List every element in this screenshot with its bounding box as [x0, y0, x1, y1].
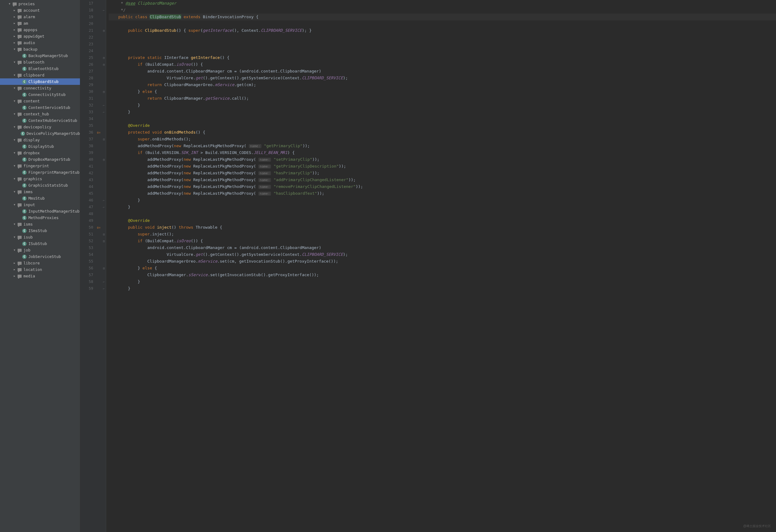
- tree-item-fingerprintmanagerstub[interactable]: CFingerprintManagerStub: [0, 169, 80, 176]
- tree-item-content[interactable]: ▼▮content: [0, 98, 80, 104]
- code-line[interactable]: [109, 211, 776, 217]
- tree-item-isms[interactable]: ▼▮isms: [0, 221, 80, 227]
- tree-item-isub[interactable]: ▼▮isub: [0, 234, 80, 240]
- code-line[interactable]: addMethodProxy(new ReplaceLastPkgMethodP…: [109, 156, 776, 163]
- expand-arrow-icon[interactable]: ▶: [13, 275, 16, 277]
- tree-item-graphicsstatsstub[interactable]: CGraphicsStatsStub: [0, 182, 80, 189]
- code-line[interactable]: [109, 41, 776, 47]
- code-line[interactable]: [109, 115, 776, 122]
- tree-item-imms[interactable]: ▼▮imms: [0, 189, 80, 195]
- tree-item-clipboard[interactable]: ▼▮clipboard: [0, 72, 80, 78]
- tree-item-location[interactable]: ▶▮location: [0, 266, 80, 273]
- fold-indicator[interactable]: ⌐: [102, 285, 106, 292]
- code-line[interactable]: }: [109, 102, 776, 108]
- expand-arrow-icon[interactable]: ▼: [13, 87, 16, 89]
- tree-item-dropbox[interactable]: ▼▮dropbox: [0, 150, 80, 156]
- code-line[interactable]: public void inject() throws Throwable {: [109, 224, 776, 231]
- fold-indicator[interactable]: ⊟: [102, 231, 106, 238]
- code-line[interactable]: super.onBindMethods();: [109, 136, 776, 143]
- tree-item-clipboardstub[interactable]: CClipBoardStub: [0, 78, 80, 85]
- fold-indicator[interactable]: ⊟: [102, 156, 106, 163]
- expand-arrow-icon[interactable]: ▶: [13, 35, 16, 38]
- code-line[interactable]: protected void onBindMethods() {: [109, 129, 776, 136]
- tree-item-devicepolicy[interactable]: ▼▮devicepolicy: [0, 124, 80, 130]
- code-line[interactable]: addMethodProxy(new ReplaceLastPkgMethodP…: [109, 177, 776, 183]
- code-line[interactable]: * @see ClipboardManager: [109, 0, 776, 7]
- expand-arrow-icon[interactable]: ▼: [13, 139, 16, 141]
- expand-arrow-icon[interactable]: ▼: [8, 2, 11, 5]
- project-tree[interactable]: ▼▮proxies▶▮account▶▮alarm▶▮am▶▮appops▶▮a…: [0, 0, 80, 532]
- code-line[interactable]: addMethodProxy(new ReplaceLastPkgMethodP…: [109, 170, 776, 177]
- fold-indicator[interactable]: ⌐: [102, 278, 106, 285]
- expand-arrow-icon[interactable]: ▼: [13, 61, 16, 63]
- tree-item-connectivitystub[interactable]: CConnectivityStub: [0, 91, 80, 98]
- code-line[interactable]: ClipboardManagerOreo.mService.set(cm, ge…: [109, 258, 776, 265]
- override-icon[interactable]: o↑: [97, 226, 101, 229]
- expand-arrow-icon[interactable]: ▼: [13, 165, 16, 167]
- expand-arrow-icon[interactable]: ▼: [13, 125, 16, 128]
- code-line[interactable]: @Override: [109, 217, 776, 224]
- expand-arrow-icon[interactable]: ▶: [13, 9, 16, 12]
- fold-indicator[interactable]: ⌐: [102, 102, 106, 108]
- expand-arrow-icon[interactable]: ▶: [13, 28, 16, 31]
- code-line[interactable]: [109, 47, 776, 54]
- tree-item-libcore[interactable]: ▶▮libcore: [0, 260, 80, 266]
- fold-indicator[interactable]: ⊟: [102, 61, 106, 68]
- expand-arrow-icon[interactable]: ▼: [13, 190, 16, 193]
- fold-indicator[interactable]: ⊟: [102, 27, 106, 34]
- expand-arrow-icon[interactable]: ▼: [13, 152, 16, 154]
- tree-item-job[interactable]: ▼▮job: [0, 247, 80, 253]
- tree-item-bluetoothstub[interactable]: CBluetoothStub: [0, 65, 80, 72]
- expand-arrow-icon[interactable]: ▼: [13, 249, 16, 252]
- fold-indicator[interactable]: ⊟: [102, 238, 106, 244]
- tree-item-graphics[interactable]: ▼▮graphics: [0, 176, 80, 182]
- tree-item-account[interactable]: ▶▮account: [0, 7, 80, 14]
- code-line[interactable]: android.content.ClipboardManager cm = (a…: [109, 68, 776, 75]
- code-line[interactable]: }: [109, 278, 776, 285]
- tree-item-appwidget[interactable]: ▶▮appwidget: [0, 33, 80, 39]
- code-line[interactable]: }: [109, 108, 776, 115]
- expand-arrow-icon[interactable]: ▶: [13, 268, 16, 271]
- code-line[interactable]: ClipboardManager.sService.set(getInvocat…: [109, 272, 776, 278]
- code-line[interactable]: */: [109, 7, 776, 14]
- expand-arrow-icon[interactable]: ▼: [13, 112, 16, 115]
- expand-arrow-icon[interactable]: ▼: [13, 48, 16, 51]
- tree-item-contexthubservicestub[interactable]: CContextHubServiceStub: [0, 117, 80, 124]
- tree-item-isubstub[interactable]: CISubStub: [0, 240, 80, 247]
- tree-item-input[interactable]: ▼▮input: [0, 202, 80, 208]
- tree-item-connectivity[interactable]: ▼▮connectivity: [0, 85, 80, 91]
- tree-item-media[interactable]: ▶▮media: [0, 273, 80, 279]
- code-line[interactable]: }: [109, 285, 776, 292]
- fold-indicator[interactable]: ⌐: [102, 7, 106, 14]
- code-line[interactable]: [109, 20, 776, 27]
- tree-item-am[interactable]: ▶▮am: [0, 20, 80, 27]
- override-icon[interactable]: o↑: [97, 131, 101, 134]
- code-line[interactable]: if (BuildCompat.isOreo()) {: [109, 61, 776, 68]
- fold-indicator[interactable]: ⌐: [102, 204, 106, 211]
- tree-item-ismsstub[interactable]: CISmsStub: [0, 227, 80, 234]
- tree-item-dropboxmanagerstub[interactable]: CDropBoxManagerStub: [0, 156, 80, 163]
- tree-item-fingerprint[interactable]: ▼▮fingerprint: [0, 163, 80, 169]
- fold-indicator[interactable]: ⌐: [102, 197, 106, 204]
- fold-indicator[interactable]: ⊟: [102, 88, 106, 95]
- expand-arrow-icon[interactable]: ▼: [13, 236, 16, 239]
- tree-item-backup[interactable]: ▼▮backup: [0, 46, 80, 52]
- expand-arrow-icon[interactable]: ▼: [13, 100, 16, 102]
- expand-arrow-icon[interactable]: ▶: [13, 262, 16, 264]
- code-line[interactable]: [109, 34, 776, 41]
- tree-item-methodproxies[interactable]: CMethodProxies: [0, 215, 80, 221]
- expand-arrow-icon[interactable]: ▼: [13, 178, 16, 180]
- tree-item-proxies[interactable]: ▼▮proxies: [0, 1, 80, 7]
- tree-item-bluetooth[interactable]: ▼▮bluetooth: [0, 59, 80, 65]
- expand-arrow-icon[interactable]: ▶: [13, 41, 16, 44]
- tree-item-mmsstub[interactable]: CMmsStub: [0, 195, 80, 202]
- code-line[interactable]: if (Build.VERSION.SDK_INT > Build.VERSIO…: [109, 150, 776, 156]
- code-line[interactable]: super.inject();: [109, 231, 776, 238]
- code-line[interactable]: addMethodProxy(new ReplaceLastPkgMethodP…: [109, 183, 776, 190]
- fold-indicator[interactable]: ⊟: [102, 136, 106, 143]
- code-line[interactable]: }: [109, 204, 776, 211]
- code-line[interactable]: public class ClipBoardStub extends Binde…: [109, 14, 776, 20]
- code-line[interactable]: private static IInterface getInterface()…: [109, 54, 776, 61]
- tree-item-inputmethodmanagerstub[interactable]: CInputMethodManagerStub: [0, 208, 80, 215]
- fold-indicator[interactable]: [102, 14, 106, 20]
